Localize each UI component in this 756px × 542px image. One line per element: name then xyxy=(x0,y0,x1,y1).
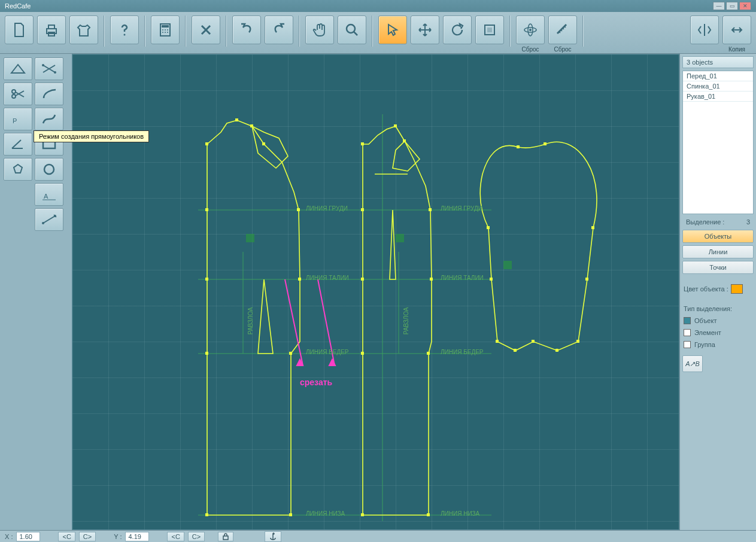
rotate-button[interactable] xyxy=(443,16,472,44)
c-next-button[interactable]: C> xyxy=(79,532,96,541)
circle-tool[interactable] xyxy=(35,158,63,181)
waist-line-label-2: ЛИНИЯ ТАЛИИ xyxy=(441,275,484,281)
svg-rect-40 xyxy=(205,513,208,516)
delete-button[interactable] xyxy=(192,16,220,44)
lock-button[interactable] xyxy=(218,532,233,541)
mirror-v-button[interactable] xyxy=(690,16,719,44)
svg-rect-46 xyxy=(235,118,238,121)
help-button[interactable] xyxy=(110,16,139,44)
bottom-line-label: ЛИНИЯ НИЗА xyxy=(306,510,345,517)
close-button[interactable]: ✕ xyxy=(739,2,751,10)
svg-rect-36 xyxy=(205,142,208,145)
objects-button[interactable]: Объекты xyxy=(682,230,754,243)
print-button[interactable] xyxy=(37,16,66,44)
axis-reset-button[interactable] xyxy=(516,16,545,44)
minimize-button[interactable]: — xyxy=(713,2,725,10)
svg-rect-70 xyxy=(246,234,254,242)
cut-label: срезать xyxy=(300,377,332,387)
svg-point-11 xyxy=(167,32,168,33)
color-swatch[interactable] xyxy=(731,284,743,294)
right-panel: 3 objects Перед_01 Спинка_01 Рукав_01 Вы… xyxy=(679,54,756,530)
lines-button[interactable]: Линии xyxy=(682,245,754,258)
c-prev-button-2[interactable]: <С xyxy=(167,532,184,541)
list-item[interactable]: Перед_01 xyxy=(683,71,753,81)
maximize-button[interactable]: ▭ xyxy=(726,2,738,10)
svg-rect-55 xyxy=(430,278,433,281)
svg-rect-51 xyxy=(361,352,364,355)
garment-button[interactable] xyxy=(69,16,98,44)
svg-rect-65 xyxy=(576,340,579,343)
arc-tool[interactable] xyxy=(35,83,63,105)
point-tool[interactable]: P xyxy=(4,108,32,130)
object-list[interactable]: Перед_01 Спинка_01 Рукав_01 xyxy=(682,71,754,214)
svg-point-24 xyxy=(44,165,54,174)
measure-reset-button[interactable] xyxy=(548,16,577,44)
curve-tool[interactable] xyxy=(35,108,63,130)
balance-label: РАВЗЛОА xyxy=(247,307,254,335)
new-file-button[interactable] xyxy=(5,16,34,44)
svg-point-18 xyxy=(42,64,44,66)
selection-row: Выделение : 3 xyxy=(682,217,754,227)
selection-label: Выделение : xyxy=(686,218,724,226)
c-prev-button[interactable]: <С xyxy=(58,532,75,541)
svg-rect-69 xyxy=(544,142,546,145)
svg-point-8 xyxy=(167,29,168,31)
dimension-tool[interactable] xyxy=(35,208,63,231)
angle-tool[interactable] xyxy=(4,133,32,156)
triangle-tool[interactable] xyxy=(4,57,32,80)
svg-rect-48 xyxy=(361,142,364,145)
copy-button[interactable] xyxy=(722,16,751,44)
svg-rect-57 xyxy=(394,124,397,127)
svg-point-12 xyxy=(347,25,355,33)
scale-button[interactable] xyxy=(475,16,504,44)
list-item[interactable]: Спинка_01 xyxy=(683,81,753,92)
svg-rect-43 xyxy=(298,278,301,281)
canvas[interactable]: ЛИНИЯ ГРУДИ ЛИНИЯ ГРУДИ ЛИНИЯ ТАЛИИ ЛИНИ… xyxy=(72,54,679,530)
anchor-button[interactable] xyxy=(265,531,281,542)
copy-label: Копия xyxy=(728,46,745,53)
zoom-button[interactable] xyxy=(338,16,366,44)
svg-rect-64 xyxy=(555,349,558,352)
tooltip: Режим создания прямоугольников xyxy=(34,130,149,142)
svg-point-3 xyxy=(124,34,126,36)
svg-point-17 xyxy=(529,29,532,31)
svg-rect-58 xyxy=(403,139,406,142)
svg-rect-61 xyxy=(496,340,499,343)
x-value[interactable]: 1.60 xyxy=(16,532,40,541)
svg-rect-44 xyxy=(297,208,300,211)
color-row: Цвет объекта : xyxy=(682,282,754,296)
svg-rect-49 xyxy=(361,208,364,211)
svg-point-19 xyxy=(54,71,56,74)
waist-line-label: ЛИНИЯ ТАЛИИ xyxy=(306,275,349,281)
reset1-label: Сброс xyxy=(521,46,539,53)
redo-button[interactable] xyxy=(265,16,293,44)
color-label: Цвет объекта : xyxy=(684,285,728,293)
chest-line-label-2: ЛИНИЯ ГРУДИ xyxy=(441,205,482,212)
svg-rect-42 xyxy=(289,352,292,355)
svg-text:P: P xyxy=(13,117,17,124)
chk-element[interactable]: Элемент xyxy=(682,328,754,337)
scissors-tool[interactable] xyxy=(4,83,32,105)
list-item[interactable]: Рукав_01 xyxy=(683,92,753,102)
y-value[interactable]: 4.19 xyxy=(125,532,149,541)
shape-tool[interactable] xyxy=(4,158,32,181)
ab-rename-button[interactable]: A↗B xyxy=(682,355,703,372)
svg-rect-62 xyxy=(514,349,517,352)
chk-group[interactable]: Группа xyxy=(682,340,754,349)
calculator-button[interactable] xyxy=(151,16,180,44)
points-button[interactable]: Точки xyxy=(682,261,754,274)
svg-point-10 xyxy=(165,32,166,33)
undo-button[interactable] xyxy=(232,16,261,44)
pan-button[interactable] xyxy=(305,16,334,44)
svg-point-26 xyxy=(42,222,44,224)
select-arrow-button[interactable] xyxy=(378,16,407,44)
move-button[interactable] xyxy=(411,16,439,44)
svg-rect-72 xyxy=(503,261,512,269)
hip-line-label-2: ЛИНИЯ БЕДЕР xyxy=(441,349,484,355)
c-next-button-2[interactable]: C> xyxy=(188,532,205,541)
svg-rect-68 xyxy=(517,145,520,148)
chk-object[interactable]: Объект xyxy=(682,316,754,325)
text-tool[interactable]: A xyxy=(35,183,63,206)
line-tool[interactable] xyxy=(35,57,63,80)
svg-rect-39 xyxy=(205,352,208,355)
